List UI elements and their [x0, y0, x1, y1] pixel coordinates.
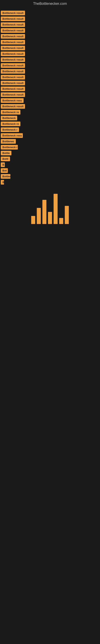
list-item: Bottleneck result	[1, 52, 99, 56]
list-item: Bottleneck resu	[1, 133, 99, 138]
bottleneck-badge: Bottleneck re	[1, 110, 20, 114]
bottleneck-badge: Bottleneck result	[1, 92, 25, 97]
bottleneck-badge: Bottleneck	[1, 116, 17, 120]
chart-bar	[59, 218, 63, 224]
list-item: Bottler	[1, 174, 99, 179]
list-item: Bottleneck re	[1, 122, 99, 126]
list-item: Bottleneck result	[1, 11, 99, 15]
list-item: Bottleneck r	[1, 128, 99, 132]
list-item: B	[1, 180, 99, 184]
list-item: B	[1, 162, 99, 167]
bottleneck-badge: Bottleneck result	[1, 104, 25, 109]
bottleneck-badge: Bottleneck result	[1, 81, 25, 85]
bottleneck-badge: Bottleneck result	[1, 34, 25, 39]
bottleneck-badge: B	[1, 180, 4, 184]
chart-bar	[53, 194, 58, 224]
bottleneck-badge: Bottleneck r	[1, 128, 19, 132]
bottleneck-badge: Bottleneck re	[1, 122, 20, 126]
list-item: Bottle	[1, 151, 99, 155]
bottleneck-badge: Bottleneck result	[1, 52, 25, 56]
bottleneck-badge: Bottleneck result	[1, 86, 25, 91]
list-item: Bottlenec	[1, 139, 99, 144]
bottleneck-badge: Bottleneck resu	[1, 98, 24, 103]
list-item: Bottleneck result	[1, 34, 99, 39]
list-item: Bottleneck re	[1, 110, 99, 114]
bottleneck-badge: Bottleneck result	[1, 11, 25, 15]
bottleneck-badge: Bottleneck result	[1, 22, 25, 27]
list-item: Bottleneck result	[1, 104, 99, 109]
bottleneck-badge: Bottl	[1, 156, 10, 161]
list-item: Bottleneck result	[1, 86, 99, 91]
bottleneck-badge: Bottleneck result	[1, 28, 25, 33]
bottleneck-badge: Bottle	[1, 151, 11, 155]
bottleneck-badge: Bottleneck result	[1, 57, 25, 62]
site-title: TheBottlenecker.com	[0, 0, 100, 8]
list-item: Bottleneck result	[1, 22, 99, 27]
bottleneck-badge: Bottleneck resu	[1, 133, 23, 138]
list-item: Bottleneck result	[1, 92, 99, 97]
bottleneck-badge: B	[1, 162, 5, 167]
list-item: Bottleneck result	[1, 57, 99, 62]
bottleneck-badge: Bottleneck result	[1, 16, 25, 21]
list-item: Bottleneck result	[1, 16, 99, 21]
bottleneck-badge: Bottleneck result	[1, 75, 25, 80]
bottleneck-badge: Bottleneck result	[1, 46, 25, 50]
bottleneck-badge: Bot	[1, 168, 8, 173]
list-item: Bottleneck result	[1, 81, 99, 85]
chart-bar	[31, 216, 35, 224]
bottleneck-badge: Bottleneck result	[1, 63, 25, 68]
bottleneck-badge: Bottleneck result	[1, 40, 25, 44]
list-item: Bot	[1, 168, 99, 173]
list-item: Bottleneck result	[1, 69, 99, 74]
list-item: Bottleneck	[1, 116, 99, 120]
bottom-chart	[0, 186, 100, 226]
chart-bar	[48, 212, 52, 224]
bottleneck-badge: Bottler	[1, 174, 10, 179]
bottleneck-badge: Bottleneck result	[1, 69, 25, 74]
list-item: Bottleneck result	[1, 63, 99, 68]
list-item: Bottleneck result	[1, 28, 99, 33]
list-item: Bottleneck resu	[1, 98, 99, 103]
list-item: Bottleneck r	[1, 145, 99, 150]
bottleneck-badge: Bottlenec	[1, 139, 16, 144]
chart-bar	[65, 206, 69, 224]
chart-bar	[42, 200, 47, 224]
bottleneck-badge: Bottleneck r	[1, 145, 18, 150]
list-item: Bottleneck result	[1, 40, 99, 44]
list-item: Bottleneck result	[1, 75, 99, 80]
list-item: Bottleneck result	[1, 46, 99, 50]
items-container: Bottleneck resultBottleneck resultBottle…	[0, 8, 100, 184]
list-item: Bottl	[1, 156, 99, 161]
chart-bar	[37, 208, 41, 224]
